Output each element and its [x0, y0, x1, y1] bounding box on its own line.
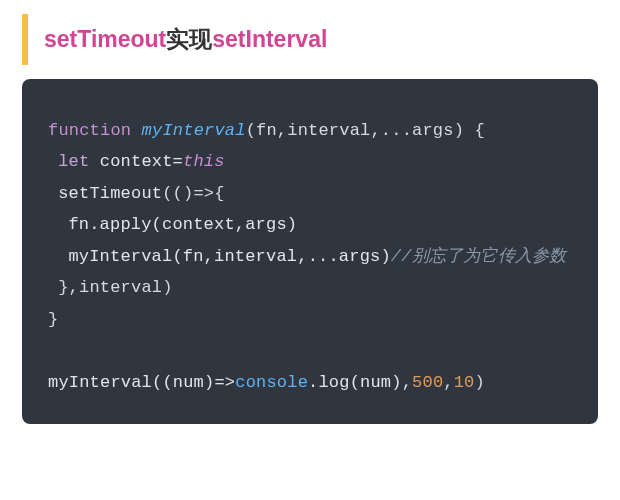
heading-prefix: setTimeout — [44, 26, 166, 52]
blank-line — [48, 335, 572, 366]
code-line-6: },interval) — [48, 272, 572, 303]
heading-suffix: setInterval — [212, 26, 327, 52]
code-line-8: myInterval((num)=>console.log(num),500,1… — [48, 367, 572, 398]
code-block: function myInterval(fn,interval,...args)… — [22, 79, 598, 424]
code-line-7: } — [48, 304, 572, 335]
heading-mid: 实现 — [166, 26, 212, 52]
heading-title: setTimeout实现setInterval — [44, 26, 327, 52]
code-line-4: fn.apply(context,args) — [48, 209, 572, 240]
section-heading: setTimeout实现setInterval — [22, 14, 620, 65]
code-line-1: function myInterval(fn,interval,...args)… — [48, 115, 572, 146]
code-line-2: let context=this — [48, 146, 572, 177]
code-line-3: setTimeout(()=>{ — [48, 178, 572, 209]
code-line-5: myInterval(fn,interval,...args)//别忘了为它传入… — [48, 241, 572, 272]
